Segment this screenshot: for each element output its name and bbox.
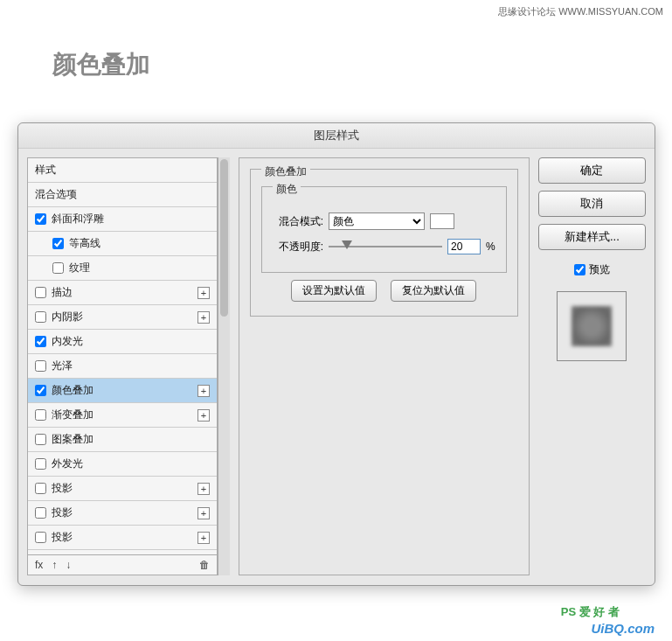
scrollbar-thumb[interactable] <box>220 159 228 317</box>
style-item-label: 投影 <box>52 481 73 496</box>
arrow-down-icon[interactable]: ↓ <box>66 559 71 571</box>
ok-button[interactable]: 确定 <box>538 157 646 184</box>
preview-check-row: 预览 <box>538 262 646 277</box>
right-panel: 确定 取消 新建样式... 预览 <box>538 157 646 575</box>
style-list-item[interactable]: 混合选项 <box>28 183 217 207</box>
blend-mode-row: 混合模式: 颜色 <box>273 213 495 230</box>
watermark-uibq: UiBQ.com <box>591 621 655 636</box>
style-checkbox[interactable] <box>35 213 46 225</box>
style-checkbox[interactable] <box>35 507 46 519</box>
color-overlay-fieldset: 颜色叠加 颜色 混合模式: 颜色 不透明度: <box>250 169 518 317</box>
style-checkbox[interactable] <box>35 409 46 421</box>
subsection-legend: 颜色 <box>273 182 301 197</box>
style-checkbox[interactable] <box>52 262 64 274</box>
opacity-row: 不透明度: % <box>273 239 495 254</box>
style-item-label: 颜色叠加 <box>52 383 94 398</box>
center-panel: 颜色叠加 颜色 混合模式: 颜色 不透明度: <box>239 157 530 575</box>
watermark-ps: PS 爱 好 者 <box>561 604 620 620</box>
style-item-label: 投影 <box>52 505 73 520</box>
style-list-item[interactable]: 斜面和浮雕 <box>28 207 217 232</box>
style-checkbox[interactable] <box>35 458 46 470</box>
style-item-label: 外发光 <box>52 456 83 471</box>
plus-icon[interactable]: + <box>197 287 210 299</box>
style-list-item[interactable]: 外发光 <box>28 452 217 477</box>
plus-icon[interactable]: + <box>197 507 210 519</box>
style-list-item[interactable]: 内阴影+ <box>28 305 217 330</box>
style-list-item[interactable]: 等高线 <box>28 232 217 256</box>
style-item-label: 样式 <box>35 163 56 178</box>
opacity-slider[interactable] <box>329 240 442 254</box>
style-list-item[interactable]: 样式 <box>28 158 217 183</box>
style-checkbox[interactable] <box>35 287 46 298</box>
layer-style-dialog: 图层样式 样式混合选项斜面和浮雕等高线纹理描边+内阴影+内发光光泽颜色叠加+渐变… <box>17 122 655 586</box>
style-list-item[interactable]: 渐变叠加+ <box>28 403 217 428</box>
page-title: 颜色叠加 <box>52 48 150 81</box>
style-checkbox[interactable] <box>35 532 46 543</box>
style-item-label: 内阴影 <box>52 310 83 324</box>
plus-icon[interactable]: + <box>197 532 210 544</box>
preview-thumbnail <box>572 306 612 346</box>
style-item-label: 内发光 <box>52 334 83 349</box>
style-list-item[interactable]: 内发光 <box>28 330 217 354</box>
style-item-label: 混合选项 <box>35 187 77 202</box>
style-checkbox[interactable] <box>35 360 46 372</box>
color-swatch[interactable] <box>430 213 454 229</box>
section-legend: 颜色叠加 <box>261 164 310 179</box>
slider-handle-icon[interactable] <box>342 240 352 249</box>
style-list-item[interactable]: 描边+ <box>28 281 217 305</box>
style-list-item[interactable]: 图案叠加 <box>28 428 217 452</box>
style-checkbox[interactable] <box>35 311 46 323</box>
cancel-button[interactable]: 取消 <box>538 191 646 217</box>
style-item-label: 光泽 <box>52 359 73 373</box>
preview-checkbox[interactable] <box>574 264 585 275</box>
style-item-label: 等高线 <box>69 236 100 251</box>
plus-icon[interactable]: + <box>197 311 210 324</box>
opacity-unit: % <box>486 240 495 253</box>
style-item-label: 图案叠加 <box>52 432 94 447</box>
style-list-item[interactable]: 投影+ <box>28 526 217 550</box>
style-list-item[interactable]: 投影+ <box>28 501 217 526</box>
blend-mode-select[interactable]: 颜色 <box>329 213 425 230</box>
opacity-input[interactable] <box>447 239 481 254</box>
style-item-label: 渐变叠加 <box>52 408 94 422</box>
scrollbar[interactable] <box>218 157 230 575</box>
opacity-label: 不透明度: <box>273 240 323 254</box>
blend-mode-label: 混合模式: <box>273 214 323 229</box>
style-list-item[interactable]: 光泽 <box>28 354 217 379</box>
plus-icon[interactable]: + <box>197 483 210 495</box>
style-checkbox[interactable] <box>35 483 46 494</box>
reset-default-button[interactable]: 复位为默认值 <box>391 280 476 302</box>
style-checkbox[interactable] <box>35 336 46 347</box>
set-default-button[interactable]: 设置为默认值 <box>291 280 377 302</box>
plus-icon[interactable]: + <box>197 385 210 397</box>
style-list-item[interactable]: 投影+ <box>28 477 217 501</box>
preview-box <box>557 291 627 361</box>
style-item-label: 投影 <box>52 530 73 545</box>
style-list: 样式混合选项斜面和浮雕等高线纹理描边+内阴影+内发光光泽颜色叠加+渐变叠加+图案… <box>28 158 217 554</box>
style-item-label: 斜面和浮雕 <box>52 212 104 226</box>
style-list-footer: fx ↑ ↓ 🗑 <box>28 554 217 575</box>
style-item-label: 纹理 <box>69 261 90 275</box>
color-subsection: 颜色 混合模式: 颜色 不透明度: <box>261 186 507 273</box>
style-checkbox[interactable] <box>35 434 46 445</box>
dialog-title: 图层样式 <box>18 123 655 149</box>
style-list-item[interactable]: 纹理 <box>28 256 217 281</box>
fx-label[interactable]: fx <box>35 559 43 571</box>
style-item-label: 描边 <box>52 285 73 300</box>
style-checkbox[interactable] <box>35 385 46 396</box>
new-style-button[interactable]: 新建样式... <box>538 224 646 250</box>
style-list-item[interactable]: 颜色叠加+ <box>28 379 217 403</box>
plus-icon[interactable]: + <box>197 409 210 422</box>
arrow-up-icon[interactable]: ↑ <box>52 559 57 571</box>
top-watermark: 思缘设计论坛 WWW.MISSYUAN.COM <box>498 5 663 18</box>
style-checkbox[interactable] <box>52 238 64 249</box>
trash-icon[interactable]: 🗑 <box>199 559 210 571</box>
style-list-panel: 样式混合选项斜面和浮雕等高线纹理描边+内阴影+内发光光泽颜色叠加+渐变叠加+图案… <box>27 157 218 575</box>
preview-label: 预览 <box>589 262 610 277</box>
